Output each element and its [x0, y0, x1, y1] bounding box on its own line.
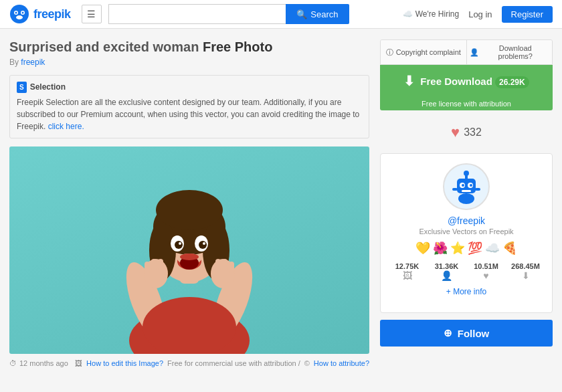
hiring-link[interactable]: ☁️ We're Hiring	[403, 9, 459, 19]
left-column: Surprised and excited woman Free Photo B…	[9, 39, 369, 371]
copyright-icon: ©	[304, 359, 310, 367]
svg-point-3	[16, 15, 23, 19]
svg-rect-29	[145, 262, 150, 274]
author-prefix: By	[9, 58, 21, 67]
search-icon: 🔍	[296, 9, 307, 19]
freepik-logo-icon	[9, 4, 29, 24]
menu-button[interactable]: ☰	[82, 5, 102, 23]
edit-link[interactable]: How to edit this Image?	[86, 359, 163, 367]
author-stats: 12.75K 🖼 31.36K 👤 10.51M ♥ 268.45M ⬇	[389, 262, 544, 281]
download-note: Free license with attribution	[380, 97, 553, 110]
panel-top-links: ⓘ Copyright complaint 👤 Download problem…	[380, 39, 553, 65]
image-footer: ⏱ 12 months ago 🖼 How to edit this Image…	[9, 354, 369, 371]
author-handle[interactable]: @freepik	[389, 215, 544, 226]
download-problems-link[interactable]: 👤 Download problems?	[467, 40, 553, 64]
stat2-icon: 👤	[428, 270, 465, 281]
copyright-complaint-link[interactable]: ⓘ Copyright complaint	[381, 40, 467, 64]
stat2-num: 31.36K	[428, 262, 465, 270]
svg-rect-44	[462, 190, 471, 192]
download-icon: ⬇	[403, 73, 415, 89]
badge-100-icon: 💯	[468, 241, 482, 256]
follow-button[interactable]: ⊕ Follow	[380, 320, 553, 347]
svg-point-22	[179, 242, 181, 245]
logo-text: freepik	[33, 7, 71, 21]
svg-point-45	[458, 193, 474, 204]
more-info-link[interactable]: + More info	[446, 287, 486, 296]
badge-chart-icon: 🍕	[502, 241, 517, 256]
copyright-label: Copyright complaint	[396, 48, 461, 56]
svg-point-6	[15, 12, 17, 14]
badge-flower-icon: 🌺	[433, 241, 448, 256]
attribute-link[interactable]: How to attribute?	[314, 359, 369, 367]
search-area: 🔍 Search	[108, 4, 349, 24]
login-link[interactable]: Log in	[468, 9, 492, 19]
stat3-icon: ♥	[468, 270, 504, 281]
stat3-num: 10.51M	[468, 262, 504, 270]
author-line: By freepik	[9, 58, 369, 67]
download-button[interactable]: ⬇ Free Download 26.29K	[380, 65, 553, 97]
main-content: Surprised and excited woman Free Photo B…	[0, 29, 562, 382]
info-icon: ⓘ	[386, 47, 393, 58]
svg-point-7	[22, 12, 24, 14]
svg-rect-5	[21, 7, 24, 9]
follow-label: Follow	[458, 328, 490, 339]
time-posted: ⏱ 12 months ago	[9, 359, 68, 367]
svg-rect-4	[15, 7, 18, 9]
svg-rect-31	[158, 259, 163, 271]
badge-cloud-icon: ☁️	[485, 241, 500, 256]
download-label: Free Download	[420, 76, 492, 87]
header-right: ☁️ We're Hiring Log in Register	[403, 6, 553, 23]
search-input[interactable]	[108, 4, 286, 24]
selection-header: S Selection	[17, 81, 362, 93]
svg-rect-47	[475, 188, 480, 191]
stat4-num: 268.45M	[507, 262, 544, 270]
stat-downloads: 268.45M ⬇	[507, 262, 544, 281]
resource-title: Surprised and excited woman Free Photo	[9, 39, 369, 55]
likes-count: 332	[464, 126, 482, 138]
author-card: @freepik Exclusive Vectors on Freepik 💛 …	[380, 153, 553, 313]
header: freepik ☰ 🔍 Search ☁️ We're Hiring Log i…	[0, 0, 562, 29]
stat-followers: 31.36K 👤	[428, 262, 465, 281]
author-description: Exclusive Vectors on Freepik	[389, 227, 544, 235]
register-button[interactable]: Register	[502, 6, 553, 23]
svg-rect-32	[215, 259, 221, 271]
right-column: ⓘ Copyright complaint 👤 Download problem…	[380, 39, 553, 371]
svg-rect-33	[222, 259, 227, 271]
resource-image	[9, 146, 369, 354]
stat-likes: 10.51M ♥	[468, 262, 504, 281]
badge-heart-icon: 💛	[415, 241, 430, 256]
svg-rect-30	[151, 259, 157, 271]
robot-avatar-icon	[449, 169, 484, 204]
stat1-num: 12.75K	[389, 262, 426, 270]
selection-box: S Selection Freepik Selection are all th…	[9, 75, 369, 138]
svg-point-21	[199, 241, 207, 249]
svg-rect-46	[452, 188, 458, 191]
selection-title: Selection	[30, 81, 66, 93]
svg-point-37	[464, 171, 469, 176]
svg-point-42	[462, 184, 464, 187]
follow-plus-icon: ⊕	[444, 327, 452, 339]
selection-link[interactable]: click here.	[48, 122, 84, 131]
title-start: Surprised and excited woman	[9, 39, 203, 54]
svg-point-0	[10, 5, 29, 23]
svg-point-35	[180, 254, 199, 260]
badge-star-icon: ⭐	[450, 241, 465, 256]
title-bold: Free Photo	[203, 39, 272, 54]
stat-images: 12.75K 🖼	[389, 262, 426, 281]
woman-illustration	[102, 146, 276, 354]
time-label: 12 months ago	[19, 359, 68, 367]
download-problem-icon: 👤	[470, 48, 479, 57]
download-problems-label: Download problems?	[482, 44, 550, 60]
svg-point-23	[203, 242, 205, 245]
svg-rect-34	[229, 262, 234, 274]
stat1-icon: 🖼	[389, 270, 426, 281]
search-button[interactable]: 🔍 Search	[286, 4, 349, 24]
svg-point-20	[175, 241, 183, 249]
license-text: Free for commercial use with attribution…	[167, 359, 300, 367]
search-label: Search	[310, 9, 338, 19]
footer-links: 🖼 How to edit this Image? Free for comme…	[75, 359, 369, 367]
author-link[interactable]: freepik	[21, 58, 45, 67]
download-info: Free Download 26.29K	[420, 76, 529, 87]
stat4-icon: ⬇	[507, 270, 544, 281]
selection-badge: S	[17, 82, 27, 93]
